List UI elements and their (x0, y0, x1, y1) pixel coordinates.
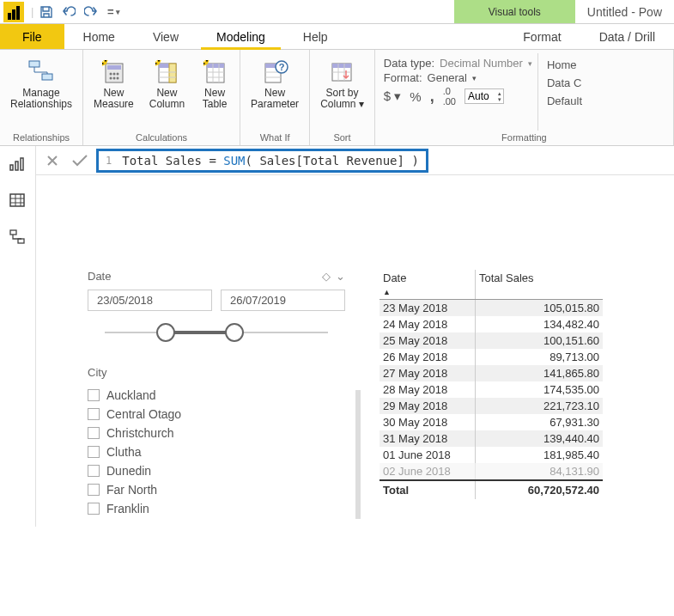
redo-icon[interactable] (82, 3, 100, 21)
visual-tools-context-tab: Visual tools (454, 0, 575, 23)
svg-point-9 (117, 77, 119, 80)
column-header-sales[interactable]: Total Sales (476, 270, 603, 299)
group-relationships: Manage Relationships Relationships (0, 50, 83, 145)
sort-asc-icon[interactable]: ▲ (383, 288, 391, 296)
table-row[interactable]: 02 June 201884,131.90 (380, 463, 603, 479)
model-view-icon[interactable] (9, 229, 27, 246)
chevron-down-icon[interactable]: ⌄ (336, 270, 345, 283)
svg-rect-22 (15, 162, 18, 170)
city-label: Far North (106, 483, 157, 497)
checkbox-icon[interactable] (88, 408, 100, 420)
svg-point-4 (110, 73, 112, 76)
report-view-icon[interactable] (9, 156, 27, 174)
new-column-button[interactable]: New Column (146, 53, 188, 110)
city-label: Dunedin (106, 464, 151, 478)
date-end-input[interactable]: 26/07/2019 (221, 290, 345, 311)
column-header-date[interactable]: Date (383, 271, 406, 284)
svg-rect-21 (10, 165, 13, 170)
checkbox-icon[interactable] (88, 446, 100, 458)
format-value[interactable]: General (428, 71, 467, 84)
qat-sep-icon: | (31, 5, 33, 18)
checkbox-icon[interactable] (88, 503, 100, 515)
tab-format[interactable]: Format (504, 24, 580, 49)
parameter-icon: ? (260, 57, 289, 86)
table-row[interactable]: 23 May 2018105,015.80 (380, 300, 603, 316)
new-parameter-button[interactable]: ? New Parameter (247, 53, 302, 110)
data-view-icon[interactable] (9, 192, 27, 210)
sort-by-column-button[interactable]: Sort by Column ▾ (317, 53, 367, 110)
svg-rect-23 (21, 158, 23, 170)
slider-handle-end[interactable] (225, 323, 244, 342)
scrollbar[interactable] (355, 390, 361, 519)
title-bar: | = Visual tools Untitled - Pow (0, 0, 674, 24)
tab-datadrill[interactable]: Data / Drill (580, 24, 674, 49)
svg-text:?: ? (279, 62, 285, 72)
list-item[interactable]: Far North (88, 480, 345, 499)
date-slicer[interactable]: Date ◇ ⌄ 23/05/2018 26/07/2019 (88, 270, 345, 345)
group-calculations: New Measure New Column New Table Calcula… (83, 50, 240, 145)
list-item[interactable]: Clutha (88, 442, 345, 461)
table-row[interactable]: 30 May 201867,931.30 (380, 414, 603, 430)
save-icon[interactable] (37, 3, 56, 21)
checkbox-icon[interactable] (88, 389, 100, 401)
qat-customize-icon[interactable]: = (104, 3, 123, 21)
table-row[interactable]: 27 May 2018141,865.80 (380, 365, 603, 381)
sales-table-visual[interactable]: Date ▲ Total Sales 23 May 2018105,015.80… (380, 270, 603, 499)
table-row[interactable]: 24 May 2018134,482.40 (380, 316, 603, 332)
decimal-places-spinner[interactable]: ▴▾ (465, 88, 504, 104)
data-category-label: Data C (547, 76, 582, 89)
datatype-value[interactable]: Decimal Number (440, 57, 523, 70)
tab-home[interactable]: Home (64, 24, 134, 49)
percent-button[interactable]: % (410, 89, 421, 104)
svg-rect-3 (107, 65, 121, 70)
report-canvas[interactable]: Date ◇ ⌄ 23/05/2018 26/07/2019 (36, 175, 674, 527)
tab-view[interactable]: View (134, 24, 197, 49)
currency-button[interactable]: $ ▾ (384, 88, 402, 104)
thousands-button[interactable]: , (430, 88, 434, 106)
checkbox-icon[interactable] (88, 427, 100, 439)
commit-formula-icon[interactable] (70, 151, 89, 170)
cancel-formula-icon[interactable] (43, 151, 62, 170)
chevron-down-icon[interactable]: ▾ (472, 74, 477, 82)
group-formatting: Data type: Decimal Number ▾ Format: Gene… (375, 50, 674, 145)
city-label: Franklin (106, 502, 149, 515)
app-icon (3, 2, 24, 22)
properties-column: Home Data C Default (537, 53, 582, 131)
eraser-icon[interactable]: ◇ (322, 270, 331, 283)
date-slider[interactable] (105, 320, 328, 345)
list-item[interactable]: Central Otago (88, 405, 345, 424)
measure-icon (99, 57, 128, 86)
new-measure-button[interactable]: New Measure (90, 53, 137, 110)
undo-icon[interactable] (59, 3, 78, 21)
slider-handle-start[interactable] (156, 323, 175, 342)
tab-file[interactable]: File (0, 24, 64, 49)
decimal-icon: .0.00 (443, 86, 456, 107)
table-row[interactable]: 31 May 2018139,440.40 (380, 430, 603, 447)
city-label: Christchurch (106, 426, 174, 440)
checkbox-icon[interactable] (88, 465, 100, 477)
chevron-down-icon[interactable]: ▾ (528, 59, 532, 68)
new-table-button[interactable]: New Table (197, 53, 233, 110)
city-slicer[interactable]: City AucklandCentral OtagoChristchurchCl… (88, 366, 345, 518)
table-row[interactable]: 26 May 201889,713.00 (380, 349, 603, 365)
svg-rect-0 (29, 61, 39, 67)
date-start-input[interactable]: 23/05/2018 (88, 290, 212, 311)
svg-rect-20 (332, 64, 351, 68)
formula-input[interactable]: 1 Total Sales = SUM( Sales[Total Revenue… (96, 149, 428, 173)
svg-rect-14 (207, 64, 224, 68)
tab-help[interactable]: Help (284, 24, 347, 49)
table-row[interactable]: 25 May 2018100,151.60 (380, 332, 603, 349)
ribbon-tabs: File Home View Modeling Help Format Data… (0, 24, 674, 50)
list-item[interactable]: Dunedin (88, 461, 345, 480)
table-row[interactable]: 01 June 2018181,985.40 (380, 447, 603, 463)
formula-bar: 1 Total Sales = SUM( Sales[Total Revenue… (36, 146, 674, 175)
list-item[interactable]: Christchurch (88, 424, 345, 442)
tab-modeling[interactable]: Modeling (197, 24, 284, 49)
checkbox-icon[interactable] (88, 484, 100, 496)
table-row[interactable]: 29 May 2018221,723.10 (380, 398, 603, 414)
manage-relationships-button[interactable]: Manage Relationships (7, 53, 76, 110)
home-table-label: Home (547, 58, 582, 71)
list-item[interactable]: Auckland (88, 386, 345, 405)
table-row[interactable]: 28 May 2018174,535.00 (380, 381, 603, 398)
list-item[interactable]: Franklin (88, 499, 345, 518)
